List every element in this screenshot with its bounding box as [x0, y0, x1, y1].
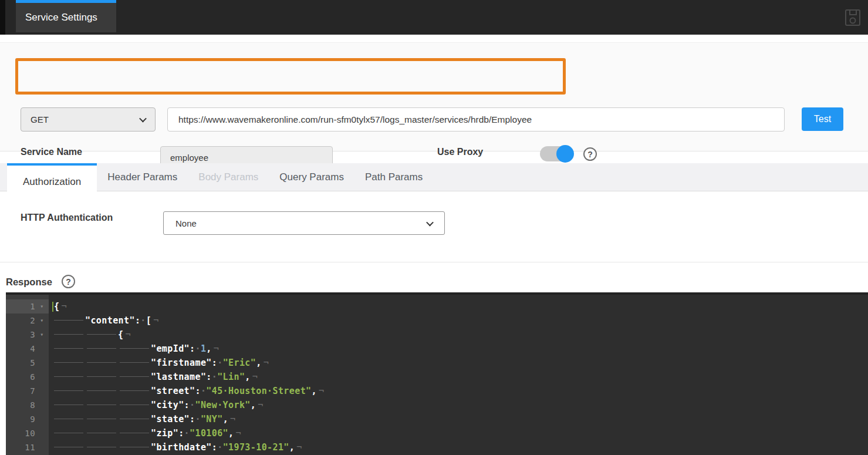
- space-whitespace-indicator: ·: [201, 386, 206, 396]
- editor-line: 11"birthdate":·"1973-10-21",¬: [6, 440, 868, 454]
- line-ending-indicator: ¬: [235, 428, 241, 439]
- editor-gutter-cell: 9: [6, 412, 49, 426]
- tab-whitespace-indicator: [120, 415, 149, 423]
- line-ending-indicator: ¬: [230, 414, 235, 424]
- fold-spacer: [35, 356, 49, 370]
- line-ending-indicator: ¬: [153, 315, 158, 326]
- floppy-disk-icon: [845, 18, 861, 28]
- space-whitespace-indicator: ·: [140, 315, 146, 326]
- token-punct: :: [195, 386, 200, 396]
- tab-whitespace-indicator: [54, 345, 83, 353]
- editor-lines: 1▾{¬2▾"content":·[¬3▾{¬4"empId":·1,¬5"fi…: [6, 299, 868, 454]
- token-key: "empId": [151, 343, 190, 354]
- tab-header-params[interactable]: Header Params: [97, 163, 188, 191]
- chevron-down-icon: [426, 218, 434, 226]
- token-key: "zip": [151, 428, 178, 439]
- code-line: "state":·"NY",¬: [49, 412, 236, 426]
- line-number: 5: [6, 356, 35, 370]
- token-str: "Lin": [217, 372, 245, 382]
- text-cursor: [52, 302, 53, 312]
- token-punct: :: [184, 400, 190, 410]
- tab-authorization[interactable]: Authorization: [7, 163, 97, 198]
- editor-gutter-cell: 5: [6, 356, 49, 370]
- token-punct: ,: [228, 428, 234, 439]
- code-line: "street":·"45·Houston·Street",¬: [49, 384, 324, 398]
- line-ending-indicator: ¬: [214, 343, 219, 354]
- editor-line: 4"empId":·1,¬: [6, 342, 868, 356]
- tab-whitespace-indicator: [54, 415, 83, 423]
- fold-spacer: [35, 440, 49, 454]
- tab-whitespace-indicator: [87, 401, 116, 409]
- token-punct: {: [118, 329, 123, 340]
- line-ending-indicator: ¬: [258, 400, 263, 410]
- editor-gutter-cell: 2▾: [6, 314, 49, 328]
- tab-whitespace-indicator: [54, 443, 83, 451]
- tab-whitespace-indicator: [54, 373, 83, 381]
- tab-query-params[interactable]: Query Params: [269, 163, 354, 191]
- test-button[interactable]: Test: [802, 107, 843, 131]
- editor-line: 5"firstname":·"Eric",¬: [6, 356, 868, 370]
- tab-whitespace-indicator: [54, 401, 83, 409]
- editor-gutter-cell: 4: [6, 342, 49, 356]
- tab-whitespace-indicator: [120, 429, 149, 437]
- token-punct: :: [135, 315, 140, 326]
- line-number: 7: [6, 384, 35, 398]
- space-whitespace-indicator: ·: [217, 442, 222, 453]
- token-key: "state": [151, 414, 190, 424]
- token-punct: [: [146, 315, 151, 326]
- http-authentication-select[interactable]: None: [163, 211, 445, 235]
- token-punct: ,: [223, 414, 228, 424]
- space-whitespace-indicator: ·: [184, 428, 190, 439]
- tab-whitespace-indicator: [87, 429, 116, 437]
- editor-line: 1▾{¬: [6, 299, 868, 314]
- token-str: "45·Houston·Street": [206, 386, 311, 396]
- code-line: "firstname":·"Eric",¬: [49, 356, 269, 370]
- use-proxy-toggle[interactable]: [540, 145, 574, 163]
- topbar-left-strip: [0, 0, 5, 35]
- tab-whitespace-indicator: [87, 359, 116, 367]
- tab-whitespace-indicator: [54, 316, 83, 325]
- space-whitespace-indicator: ·: [195, 343, 200, 354]
- line-ending-indicator: ¬: [125, 329, 130, 340]
- token-str: "1973-10-21": [223, 442, 289, 453]
- line-ending-indicator: ¬: [252, 372, 258, 382]
- editor-gutter-cell: 10: [6, 426, 49, 440]
- fold-icon[interactable]: ▾: [35, 299, 49, 314]
- code-line: "content":·[¬: [49, 314, 159, 328]
- fold-icon[interactable]: ▾: [35, 314, 49, 328]
- fold-spacer: [35, 342, 49, 356]
- toggle-knob: [556, 145, 574, 163]
- fold-icon[interactable]: ▾: [35, 328, 49, 342]
- token-key: "street": [151, 386, 195, 396]
- space-whitespace-indicator: ·: [195, 414, 200, 424]
- response-help-icon[interactable]: ?: [62, 275, 75, 288]
- tab-path-params[interactable]: Path Params: [354, 163, 433, 191]
- tab-whitespace-indicator: [87, 331, 116, 339]
- token-str: "Eric": [223, 358, 256, 368]
- token-punct: ,: [312, 386, 317, 396]
- line-number: 8: [6, 398, 35, 412]
- tab-whitespace-indicator: [87, 387, 116, 395]
- token-punct: {: [54, 301, 59, 312]
- line-number: 9: [6, 412, 35, 426]
- tab-whitespace-indicator: [120, 401, 149, 409]
- save-button[interactable]: [845, 9, 861, 26]
- tab-whitespace-indicator: [120, 345, 149, 353]
- http-method-select[interactable]: GET: [21, 107, 156, 132]
- tab-whitespace-indicator: [120, 359, 149, 367]
- use-proxy-help-icon[interactable]: ?: [583, 147, 597, 161]
- token-punct: ,: [245, 372, 250, 382]
- tab-whitespace-indicator: [54, 429, 83, 437]
- request-url-input[interactable]: [167, 107, 785, 132]
- tab-whitespace-indicator: [54, 359, 83, 367]
- fold-spacer: [35, 412, 49, 426]
- tab-service-settings[interactable]: Service Settings: [16, 0, 116, 32]
- line-number: 2: [6, 314, 35, 328]
- line-number: 4: [6, 342, 35, 356]
- tab-whitespace-indicator: [120, 387, 149, 395]
- response-code-editor[interactable]: 1▾{¬2▾"content":·[¬3▾{¬4"empId":·1,¬5"fi…: [6, 292, 868, 455]
- fold-spacer: [35, 384, 49, 398]
- code-line: "lastname":·"Lin",¬: [49, 370, 258, 384]
- token-key: "lastname": [151, 372, 206, 382]
- tab-whitespace-indicator: [120, 373, 149, 381]
